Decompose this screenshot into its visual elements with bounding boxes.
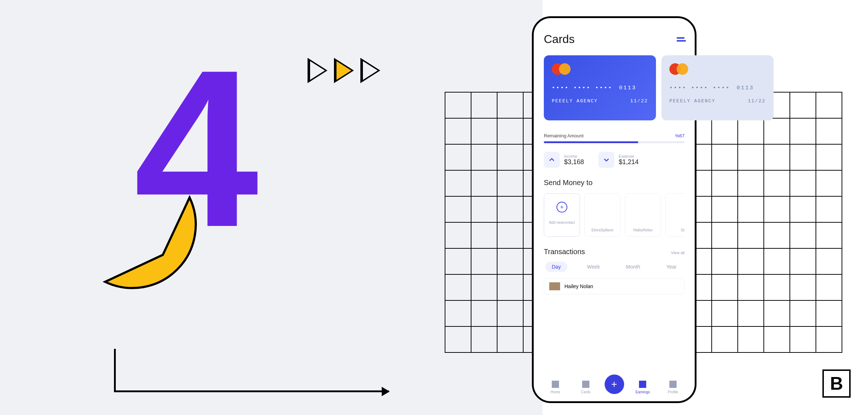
fab-add-button[interactable]: + <box>605 375 624 394</box>
card-last4: 0113 <box>737 85 754 91</box>
plus-icon: + <box>556 202 567 213</box>
nav-label: Cards <box>581 390 590 394</box>
progress-fill <box>544 141 638 143</box>
progress-bar <box>544 141 685 143</box>
transactions-title: Transactions <box>544 248 585 256</box>
remaining-percent: %67 <box>675 133 685 138</box>
credit-card-secondary[interactable]: •••• •••• •••• 0113 PEEELY AGENCY 11/22 <box>661 55 774 120</box>
tab-week[interactable]: Week <box>580 262 606 272</box>
number-four-graphic: 4 <box>134 36 259 260</box>
tab-year[interactable]: Year <box>660 262 683 272</box>
card-expiry: 11/22 <box>630 98 648 104</box>
contact-name: Ste <box>681 228 685 232</box>
home-icon <box>552 381 559 388</box>
income-value: $3,168 <box>564 158 584 166</box>
plus-icon: + <box>611 378 617 390</box>
income-label: Income <box>564 154 584 158</box>
card-number-masked: •••• •••• •••• <box>552 85 613 91</box>
expense-stat: Expense $1,214 <box>598 152 639 168</box>
nav-cards[interactable]: Cards <box>574 381 597 394</box>
phone-mockup: Cards •••• •••• •••• 0113 PEEELY AGENCY … <box>532 16 696 403</box>
contacts-row[interactable]: + Add newcontact ElviraSpillane HaileyNo… <box>544 193 685 237</box>
contact-name: HaileyNolan <box>633 228 653 232</box>
remaining-label: Remaining Amount <box>544 133 584 138</box>
earnings-icon <box>639 381 646 388</box>
tab-day[interactable]: Day <box>545 262 567 272</box>
chevron-down-icon <box>598 152 614 168</box>
triangle-icon <box>334 58 354 83</box>
expense-label: Expense <box>619 154 639 158</box>
view-all-link[interactable]: View all <box>671 251 685 255</box>
cards-carousel[interactable]: •••• •••• •••• 0113 PEEELY AGENCY 11/22 … <box>544 55 685 122</box>
avatar <box>549 282 560 290</box>
triangle-arrows <box>308 58 380 83</box>
time-tabs: Day Week Month Year <box>544 262 685 272</box>
card-holder: PEEELY AGENCY <box>552 98 598 104</box>
nav-label: Earnings <box>636 390 650 394</box>
credit-card-primary[interactable]: •••• •••• •••• 0113 PEEELY AGENCY 11/22 <box>544 55 656 120</box>
nav-profile[interactable]: Profile <box>661 381 685 394</box>
tab-month[interactable]: Month <box>619 262 647 272</box>
mastercard-icon <box>552 63 648 75</box>
nav-home[interactable]: Home <box>544 381 567 394</box>
page-title: Cards <box>544 33 575 46</box>
triangle-icon <box>360 58 380 83</box>
contact-item[interactable]: ElviraSpillane <box>584 193 621 237</box>
contact-item[interactable]: HaileyNolan <box>625 193 661 237</box>
card-holder: PEEELY AGENCY <box>669 98 715 104</box>
menu-icon[interactable] <box>677 37 685 42</box>
cards-icon <box>582 381 589 388</box>
card-expiry: 11/22 <box>748 98 766 104</box>
add-contact-label: Add newcontact <box>549 221 575 224</box>
income-stat: Income $3,168 <box>544 152 584 168</box>
contact-name: ElviraSpillane <box>592 228 614 232</box>
profile-icon <box>669 381 677 388</box>
bottom-nav: Home Cards + Earnings Profile <box>544 381 685 394</box>
grid-pattern-right <box>686 92 842 352</box>
nav-label: Home <box>551 390 560 394</box>
card-last4: 0113 <box>619 85 636 91</box>
expense-value: $1,214 <box>619 158 639 166</box>
send-money-title: Send Money to <box>544 179 685 187</box>
nav-earnings[interactable]: Earnings <box>631 381 654 394</box>
triangle-icon <box>308 58 327 83</box>
chevron-up-icon <box>544 152 560 168</box>
contact-item[interactable]: Ste <box>665 193 685 237</box>
transaction-name: Hailey Nolan <box>564 283 593 289</box>
nav-label: Profile <box>668 390 678 394</box>
mastercard-icon <box>669 63 766 75</box>
arrow-line <box>114 349 389 392</box>
brand-logo: B <box>822 369 851 398</box>
transaction-row[interactable]: Hailey Nolan <box>544 278 685 294</box>
add-contact-button[interactable]: + Add newcontact <box>544 193 580 237</box>
card-number-masked: •••• •••• •••• <box>669 85 730 91</box>
